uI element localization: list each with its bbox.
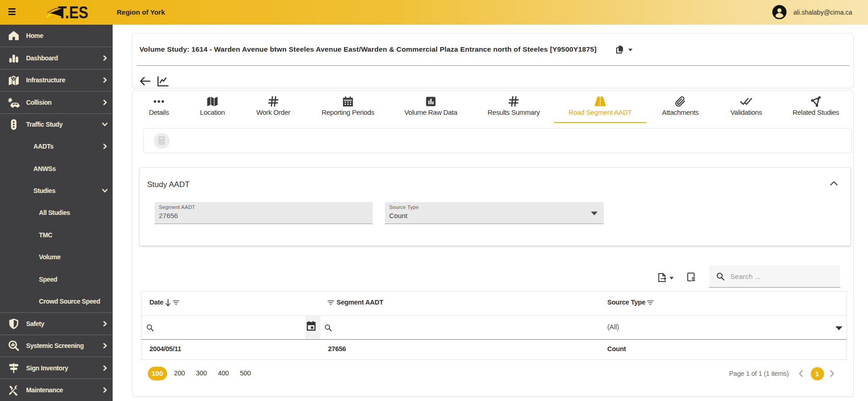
svg-text:T.ES: T.ES [58, 3, 88, 22]
